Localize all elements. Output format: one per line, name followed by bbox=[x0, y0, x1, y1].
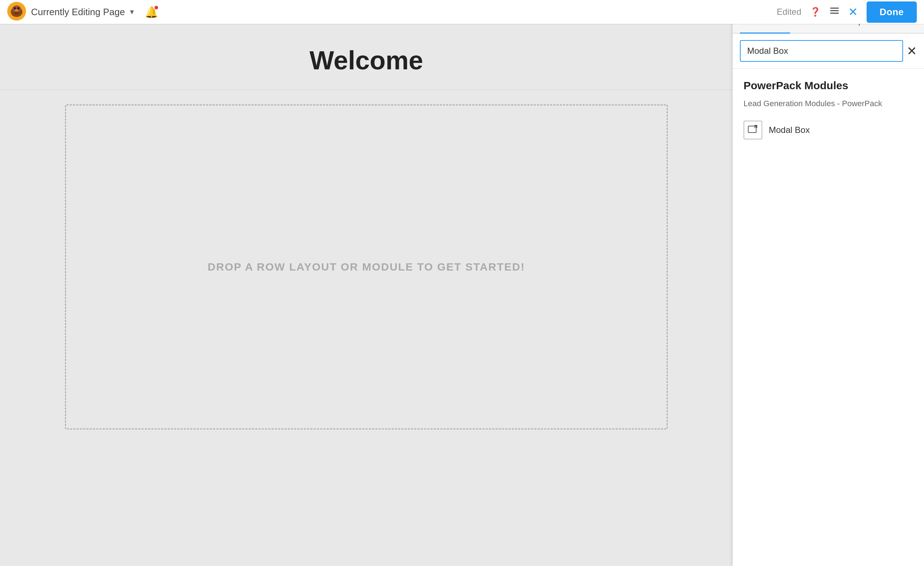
module-item-modal-box[interactable]: Modal Box bbox=[744, 117, 913, 143]
svg-point-4 bbox=[17, 7, 20, 9]
logo bbox=[7, 2, 31, 22]
topbar: Currently Editing Page ▾ 🔔 Edited ❓ ✕ Do… bbox=[0, 0, 924, 24]
edited-status: Edited bbox=[777, 7, 801, 17]
modules-section-title: PowerPack Modules bbox=[744, 80, 913, 92]
main-content: Welcome DROP A ROW LAYOUT OR MODULE TO G… bbox=[0, 24, 733, 566]
module-icon-modal-box bbox=[744, 120, 762, 139]
topbar-right-actions: Edited ❓ ✕ Done bbox=[777, 2, 917, 23]
search-input[interactable] bbox=[740, 40, 903, 62]
svg-rect-10 bbox=[830, 13, 839, 14]
sidebar-panel: Modules Rows Templates Saved ✕ PowerPack… bbox=[733, 0, 924, 566]
svg-point-5 bbox=[15, 9, 18, 12]
svg-rect-9 bbox=[830, 10, 839, 11]
page-dropdown-icon[interactable]: ▾ bbox=[130, 7, 134, 17]
svg-point-3 bbox=[14, 7, 16, 9]
panel-content: PowerPack Modules Lead Generation Module… bbox=[733, 69, 924, 566]
drop-zone-text: DROP A ROW LAYOUT OR MODULE TO GET START… bbox=[207, 261, 525, 273]
module-label-modal-box: Modal Box bbox=[769, 125, 810, 135]
welcome-title: Welcome bbox=[0, 45, 733, 75]
modules-category-label: Lead Generation Modules - PowerPack bbox=[744, 99, 913, 108]
drop-zone-wrapper: DROP A ROW LAYOUT OR MODULE TO GET START… bbox=[0, 90, 733, 444]
drop-zone[interactable]: DROP A ROW LAYOUT OR MODULE TO GET START… bbox=[65, 104, 668, 429]
help-icon[interactable]: ❓ bbox=[810, 7, 821, 17]
search-clear-icon[interactable]: ✕ bbox=[907, 45, 917, 57]
notification-bell[interactable]: 🔔 bbox=[145, 6, 158, 18]
svg-rect-8 bbox=[830, 8, 839, 9]
close-editor-icon[interactable]: ✕ bbox=[848, 5, 858, 19]
history-list-icon[interactable] bbox=[830, 6, 840, 18]
welcome-section: Welcome bbox=[0, 24, 733, 90]
page-title: Currently Editing Page bbox=[31, 6, 125, 18]
panel-search-wrapper: ✕ bbox=[733, 33, 924, 69]
notification-dot bbox=[154, 6, 158, 9]
done-button[interactable]: Done bbox=[867, 2, 917, 23]
